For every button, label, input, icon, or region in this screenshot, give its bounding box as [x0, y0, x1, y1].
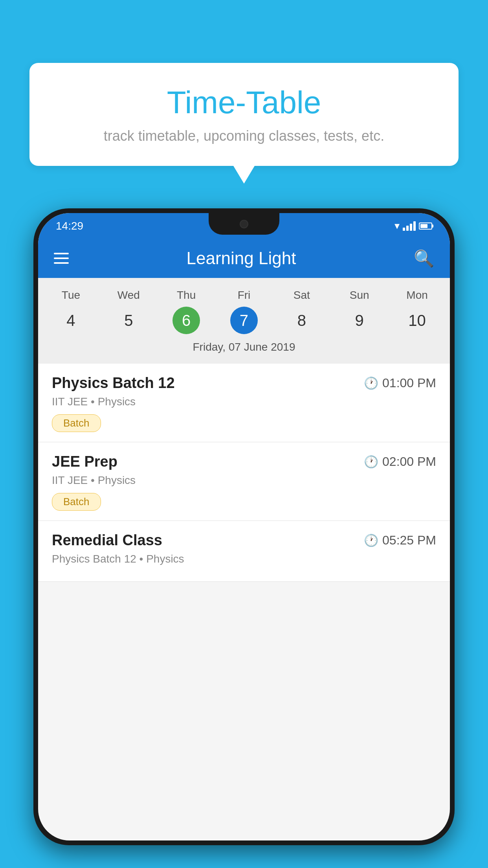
day-label-fri: Fri [215, 286, 273, 305]
item-title-3: Remedial Class [52, 532, 162, 549]
item-title-2: JEE Prep [52, 453, 117, 470]
item-header-2: JEE Prep 🕐 02:00 PM [52, 453, 436, 470]
app-bar: Learning Light 🔍 [38, 239, 450, 278]
item-time-1: 🕐 01:00 PM [364, 376, 436, 390]
info-card: Time-Table track timetable, upcoming cla… [29, 63, 459, 166]
item-subtitle-3: Physics Batch 12 • Physics [52, 553, 436, 565]
batch-badge-2: Batch [52, 493, 101, 511]
day-headers: Tue Wed Thu Fri Sat Sun Mon [38, 286, 450, 305]
battery-icon [419, 223, 432, 230]
camera [240, 220, 248, 228]
day-5[interactable]: 5 [100, 307, 158, 334]
phone-notch [209, 213, 279, 235]
status-icons: ▾ [394, 220, 432, 232]
day-4[interactable]: 4 [42, 307, 100, 334]
item-time-2: 🕐 02:00 PM [364, 454, 436, 469]
menu-button[interactable] [54, 253, 69, 264]
day-9[interactable]: 9 [330, 307, 388, 334]
batch-badge-1: Batch [52, 414, 101, 432]
clock-icon-3: 🕐 [364, 533, 378, 547]
schedule-item-remedial[interactable]: Remedial Class 🕐 05:25 PM Physics Batch … [38, 521, 450, 582]
clock-icon-2: 🕐 [364, 455, 378, 469]
schedule-item-physics-batch-12[interactable]: Physics Batch 12 🕐 01:00 PM IIT JEE • Ph… [38, 364, 450, 442]
item-header-3: Remedial Class 🕐 05:25 PM [52, 532, 436, 549]
day-8[interactable]: 8 [273, 307, 330, 334]
phone-mockup: 14:29 ▾ [33, 208, 455, 868]
schedule-list: Physics Batch 12 🕐 01:00 PM IIT JEE • Ph… [38, 364, 450, 582]
app-title: Learning Light [187, 248, 296, 268]
wifi-icon: ▾ [394, 220, 400, 232]
item-time-3: 🕐 05:25 PM [364, 533, 436, 548]
selected-date: Friday, 07 June 2019 [38, 336, 450, 360]
day-label-wed: Wed [100, 286, 158, 305]
schedule-item-jee-prep[interactable]: JEE Prep 🕐 02:00 PM IIT JEE • Physics Ba… [38, 442, 450, 521]
item-subtitle-1: IIT JEE • Physics [52, 395, 436, 408]
day-label-sun: Sun [330, 286, 388, 305]
calendar-strip: Tue Wed Thu Fri Sat Sun Mon 4 5 6 7 8 9 … [38, 278, 450, 364]
day-label-mon: Mon [388, 286, 446, 305]
bubble-title: Time-Table [53, 85, 435, 121]
phone-frame: 14:29 ▾ [33, 208, 455, 845]
day-label-tue: Tue [42, 286, 100, 305]
clock-icon-1: 🕐 [364, 376, 378, 390]
item-header-1: Physics Batch 12 🕐 01:00 PM [52, 375, 436, 392]
day-label-thu: Thu [158, 286, 215, 305]
phone-screen: 14:29 ▾ [38, 213, 450, 840]
search-button[interactable]: 🔍 [414, 249, 434, 268]
day-7-selected[interactable]: 7 [230, 307, 258, 334]
day-numbers: 4 5 6 7 8 9 10 [38, 305, 450, 336]
item-title-1: Physics Batch 12 [52, 375, 175, 392]
bubble-subtitle: track timetable, upcoming classes, tests… [53, 128, 435, 144]
item-subtitle-2: IIT JEE • Physics [52, 474, 436, 487]
day-label-sat: Sat [273, 286, 330, 305]
day-10[interactable]: 10 [388, 307, 446, 334]
status-time: 14:29 [56, 220, 83, 232]
day-6-today[interactable]: 6 [172, 307, 200, 334]
signal-icon [403, 221, 416, 231]
